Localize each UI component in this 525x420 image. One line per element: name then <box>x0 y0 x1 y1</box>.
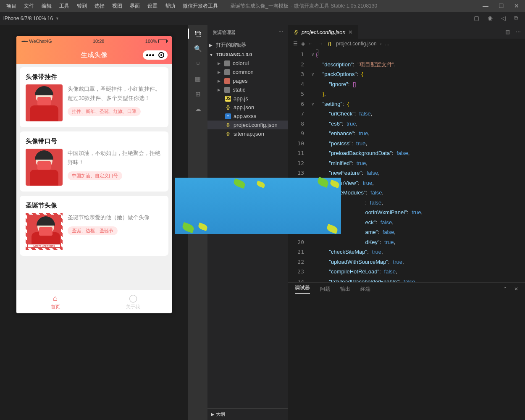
signal-icon: ••••• <box>21 39 27 44</box>
editor-tabs: {} project.config.json ✕ ▥ ⋯ <box>288 25 525 39</box>
menu-工具[interactable]: 工具 <box>55 1 73 11</box>
search-icon[interactable]: 🔍 <box>193 44 203 54</box>
minimap[interactable] <box>517 49 525 282</box>
menu-文件[interactable]: 文件 <box>20 1 38 11</box>
nav-forward-icon[interactable]: → <box>318 41 323 47</box>
file-app.js[interactable]: JSapp.js <box>207 94 288 103</box>
card-description: 头像戴口罩，圣诞挂件，小红旗挂件。超过30款挂件、多个类型任你选！ <box>68 84 163 103</box>
menu-视图[interactable]: 视图 <box>108 1 126 11</box>
menu-编辑[interactable]: 编辑 <box>38 1 55 11</box>
panel-tab-调试器[interactable]: 调试器 <box>295 284 310 294</box>
chevron-right-icon: ▶ <box>211 412 214 417</box>
file-project.config.json[interactable]: {}project.config.json <box>207 121 288 129</box>
device-selector[interactable]: iPhone 6/7/8 100% 16 ▼ <box>3 16 59 21</box>
more-icon[interactable]: ⋯ <box>278 29 283 36</box>
mute-icon[interactable]: ◁ <box>501 15 506 22</box>
breadcrumb-more[interactable]: ... <box>385 41 389 47</box>
title-bar: 项目文件编辑工具转到选择视图界面设置帮助微信开发者工具 圣诞节生成头像_一淘模板… <box>0 0 525 12</box>
window-controls: — ☐ ✕ <box>483 3 522 9</box>
chevron-right-icon: ▶ <box>218 79 222 83</box>
device-label: iPhone 6/7/8 100% 16 <box>3 16 53 21</box>
bottom-panel: 调试器问题输出终端⌃✕ <box>288 282 525 420</box>
bookmark-icon[interactable]: ◈ <box>301 41 305 47</box>
more-icon[interactable]: ⋯ <box>516 29 521 35</box>
record-icon[interactable]: ◉ <box>488 15 493 22</box>
merry-text: Merry Christmas <box>28 244 60 247</box>
file-name: app.wxss <box>234 113 256 119</box>
card-tags: 挂件、新年、圣诞、红旗、口罩 <box>68 107 141 116</box>
capsule-button[interactable] <box>143 50 168 60</box>
folder-icon <box>224 69 230 75</box>
folder-common[interactable]: ▶common <box>207 68 288 76</box>
folder-name: common <box>233 69 254 75</box>
close-panel-icon[interactable]: ✕ <box>514 286 518 292</box>
close-tab-icon[interactable]: ✕ <box>348 29 353 35</box>
extensions-icon[interactable]: ⊞ <box>193 89 203 99</box>
status-time: 10:28 <box>52 39 145 44</box>
carrier-label: WeChat4G <box>29 39 52 44</box>
detach-icon[interactable]: ⧉ <box>514 15 518 22</box>
file-app.json[interactable]: {}app.json <box>207 103 288 112</box>
debug-icon[interactable]: ▦ <box>193 74 203 84</box>
git-icon[interactable]: ⑂ <box>193 59 203 69</box>
editor-tab[interactable]: {} project.config.json ✕ <box>288 25 358 39</box>
chevron-right-icon: ▶ <box>218 88 222 92</box>
avatar-preview <box>26 84 63 121</box>
file-app.wxss[interactable]: ≡app.wxss <box>207 112 288 121</box>
panel-tab-输出[interactable]: 输出 <box>340 286 350 293</box>
explorer-icon[interactable]: ⿻ <box>188 29 207 39</box>
menu-转到[interactable]: 转到 <box>73 1 91 11</box>
feature-card[interactable]: 圣诞节头像 Merry Christmas 圣诞节给亲爱的他（她）做个头像 圣诞… <box>20 196 168 256</box>
card-description: 圣诞节给亲爱的他（她）做个头像 <box>68 213 163 222</box>
avatar-preview: Merry Christmas <box>26 213 63 250</box>
folder-icon <box>224 60 230 66</box>
tab-首页[interactable]: ⌂首页 <box>16 290 94 313</box>
minimize-icon[interactable]: — <box>483 3 488 9</box>
code-editor[interactable]: 1234567891011121314151617181920212223242… <box>288 49 525 282</box>
file-icon: {} <box>225 122 231 128</box>
panel-content[interactable] <box>288 295 525 420</box>
split-icon[interactable]: ▥ <box>505 29 510 35</box>
maximize-icon[interactable]: ☐ <box>499 3 504 9</box>
chevron-right-icon: ▶ <box>209 43 214 47</box>
menu-帮助[interactable]: 帮助 <box>161 1 179 11</box>
feature-card[interactable]: 头像带挂件 头像戴口罩，圣诞挂件，小红旗挂件。超过30款挂件、多个类型任你选！ … <box>20 67 168 127</box>
device-icon[interactable]: ▢ <box>474 15 479 22</box>
outline-section[interactable]: ▶ 大纲 <box>207 408 288 420</box>
panel-tab-问题[interactable]: 问题 <box>320 286 330 293</box>
chevron-right-icon: ▶ <box>218 61 222 66</box>
menu-设置[interactable]: 设置 <box>144 1 161 11</box>
project-name-label: TOUXIANG-1.3.0 <box>216 52 252 57</box>
file-sitemap.json[interactable]: {}sitemap.json <box>207 129 288 138</box>
file-icon: {} <box>225 105 231 110</box>
feature-card[interactable]: 头像带口号 中国加油，不动如山，拒绝聚会，拒绝野味！ 中国加油、自定义口号 <box>20 131 168 192</box>
menu-微信开发者工具[interactable]: 微信开发者工具 <box>179 1 222 11</box>
menu-bar: 项目文件编辑工具转到选择视图界面设置帮助微信开发者工具 <box>3 1 222 11</box>
card-tags: 中国加油、自定义口号 <box>68 171 122 180</box>
chevron-right-icon: › <box>380 41 382 47</box>
close-icon[interactable]: ✕ <box>514 3 519 9</box>
capsule-close-icon <box>158 52 164 58</box>
tab-关于我[interactable]: ◯关于我 <box>94 290 172 313</box>
nav-back-icon[interactable]: ← <box>308 41 313 47</box>
cloud-icon[interactable]: ☁ <box>193 104 203 114</box>
page-content[interactable]: 头像带挂件 头像戴口罩，圣诞挂件，小红旗挂件。超过30款挂件、多个类型任你选！ … <box>16 64 172 290</box>
folder-pages[interactable]: ▶pages <box>207 76 288 85</box>
battery-icon <box>158 39 167 43</box>
menu-界面[interactable]: 界面 <box>126 1 144 11</box>
card-title: 头像带挂件 <box>26 73 163 81</box>
folder-colorui[interactable]: ▶colorui <box>207 59 288 68</box>
collapse-icon[interactable]: ⌃ <box>503 286 507 292</box>
folder-icon <box>224 87 230 93</box>
file-name: app.js <box>234 95 248 102</box>
folder-name: colorui <box>233 60 249 66</box>
list-icon[interactable]: ☰ <box>293 41 298 47</box>
project-root[interactable]: ▼ TOUXIANG-1.3.0 <box>207 50 288 59</box>
panel-tab-终端[interactable]: 终端 <box>360 286 370 293</box>
simulator-pane: ••••• WeChat4G 10:28 100% 生成头像 头像带挂件 <box>0 25 188 420</box>
breadcrumb-file[interactable]: project.config.json <box>336 41 377 47</box>
menu-项目[interactable]: 项目 <box>3 1 20 11</box>
open-editors-section[interactable]: ▶ 打开的编辑器 <box>207 40 288 50</box>
folder-static[interactable]: ▶static <box>207 85 288 94</box>
menu-选择[interactable]: 选择 <box>91 1 108 11</box>
